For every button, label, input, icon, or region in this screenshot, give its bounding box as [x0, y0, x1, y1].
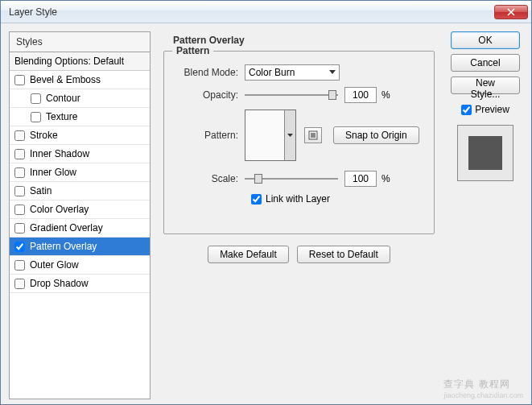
- scale-slider[interactable]: [245, 172, 338, 185]
- close-button[interactable]: [494, 5, 528, 19]
- style-label: Bevel & Emboss: [30, 74, 101, 85]
- styles-column: Styles Blending Options: Default Bevel &…: [9, 31, 151, 396]
- preview-box: [457, 125, 513, 181]
- styles-header[interactable]: Styles: [9, 31, 151, 52]
- style-row-contour[interactable]: Contour: [10, 89, 150, 108]
- scale-input[interactable]: [344, 171, 377, 187]
- style-checkbox[interactable]: [31, 93, 41, 104]
- style-label: Pattern Overlay: [30, 241, 97, 252]
- style-checkbox[interactable]: [14, 130, 25, 141]
- styles-list: Blending Options: Default Bevel & Emboss…: [9, 52, 151, 399]
- style-label: Satin: [30, 185, 52, 196]
- pattern-group-label: Pattern: [172, 45, 213, 56]
- chevron-down-icon: [287, 134, 293, 138]
- style-label: Contour: [46, 93, 80, 104]
- opacity-slider-thumb[interactable]: [328, 90, 336, 100]
- style-label: Inner Glow: [30, 167, 76, 178]
- preview-row: Preview: [461, 104, 509, 115]
- reset-default-button[interactable]: Reset to Default: [297, 246, 390, 263]
- opacity-slider[interactable]: [245, 89, 338, 101]
- preview-swatch: [468, 136, 502, 170]
- svg-rect-1: [311, 133, 315, 138]
- style-label: Stroke: [30, 130, 58, 141]
- blend-mode-select[interactable]: Color Burn: [245, 64, 340, 81]
- cancel-button[interactable]: Cancel: [451, 54, 520, 72]
- opacity-input[interactable]: [344, 87, 377, 103]
- style-label: Outer Glow: [30, 259, 79, 271]
- scale-label: Scale:: [175, 173, 245, 184]
- blend-mode-label: Blend Mode:: [175, 67, 245, 78]
- style-checkbox[interactable]: [31, 112, 41, 122]
- snap-to-origin-button[interactable]: Snap to Origin: [333, 126, 419, 144]
- window-title: Layer Style: [9, 6, 57, 18]
- style-checkbox[interactable]: [14, 186, 25, 196]
- style-row-texture[interactable]: Texture: [10, 108, 150, 126]
- create-new-icon: [308, 130, 318, 140]
- style-row-color-overlay[interactable]: Color Overlay: [10, 200, 150, 219]
- blending-options-row[interactable]: Blending Options: Default: [10, 52, 150, 71]
- style-checkbox[interactable]: [14, 167, 25, 178]
- link-with-layer-checkbox[interactable]: [251, 194, 262, 205]
- scale-slider-thumb[interactable]: [254, 174, 262, 184]
- style-checkbox[interactable]: [14, 279, 25, 289]
- style-row-drop-shadow[interactable]: Drop Shadow: [10, 275, 150, 293]
- scale-unit: %: [381, 173, 390, 184]
- style-label: Inner Shadow: [30, 148, 89, 159]
- style-label: Drop Shadow: [30, 278, 89, 289]
- right-column: OK Cancel New Style... Preview: [447, 31, 523, 396]
- pattern-label: Pattern:: [175, 130, 245, 141]
- opacity-label: Opacity:: [175, 89, 245, 101]
- pattern-dropdown[interactable]: [284, 110, 295, 160]
- titlebar: Layer Style: [1, 1, 531, 23]
- style-row-pattern-overlay[interactable]: Pattern Overlay: [10, 238, 150, 256]
- pattern-preview: [245, 110, 284, 160]
- blend-mode-row: Blend Mode: Color Burn: [175, 64, 423, 81]
- make-default-button[interactable]: Make Default: [208, 246, 289, 263]
- style-checkbox[interactable]: [14, 242, 25, 252]
- preview-label: Preview: [475, 104, 509, 115]
- pattern-picker[interactable]: [245, 110, 296, 161]
- style-row-bevel-emboss[interactable]: Bevel & Emboss: [10, 71, 150, 89]
- style-label: Gradient Overlay: [30, 222, 103, 233]
- pattern-row: Pattern: Snap to Origin: [175, 110, 423, 161]
- link-with-layer-row: Link with Layer: [251, 193, 423, 205]
- style-row-outer-glow[interactable]: Outer Glow: [10, 256, 150, 275]
- new-pattern-button[interactable]: [304, 127, 322, 143]
- opacity-unit: %: [381, 89, 390, 101]
- style-label: Color Overlay: [30, 204, 89, 215]
- style-label: Texture: [46, 111, 77, 122]
- layer-style-dialog: Layer Style Styles Blending Options: Def…: [0, 0, 532, 405]
- style-row-inner-shadow[interactable]: Inner Shadow: [10, 145, 150, 163]
- link-with-layer-label: Link with Layer: [266, 193, 330, 205]
- default-buttons-row: Make Default Reset to Default: [159, 246, 439, 263]
- scale-row: Scale: %: [175, 171, 423, 187]
- style-row-gradient-overlay[interactable]: Gradient Overlay: [10, 219, 150, 238]
- style-checkbox[interactable]: [14, 149, 25, 159]
- main-panel: Pattern Overlay Pattern Blend Mode: Colo…: [159, 31, 439, 396]
- new-style-button[interactable]: New Style...: [451, 76, 520, 94]
- blending-options-label: Blending Options: Default: [14, 56, 124, 67]
- style-checkbox[interactable]: [14, 260, 25, 271]
- blend-mode-value: Color Burn: [249, 67, 295, 78]
- chevron-down-icon: [329, 70, 336, 75]
- style-row-satin[interactable]: Satin: [10, 182, 150, 200]
- pattern-group: Pattern Blend Mode: Color Burn Opacity:: [163, 51, 435, 234]
- ok-button[interactable]: OK: [451, 31, 520, 49]
- preview-checkbox[interactable]: [461, 105, 472, 115]
- opacity-row: Opacity: %: [175, 87, 423, 103]
- style-row-inner-glow[interactable]: Inner Glow: [10, 163, 150, 182]
- style-checkbox[interactable]: [14, 205, 25, 215]
- dialog-body: Styles Blending Options: Default Bevel &…: [1, 23, 531, 404]
- close-icon: [507, 8, 515, 16]
- style-checkbox[interactable]: [14, 223, 25, 233]
- style-checkbox[interactable]: [14, 75, 25, 85]
- style-row-stroke[interactable]: Stroke: [10, 126, 150, 145]
